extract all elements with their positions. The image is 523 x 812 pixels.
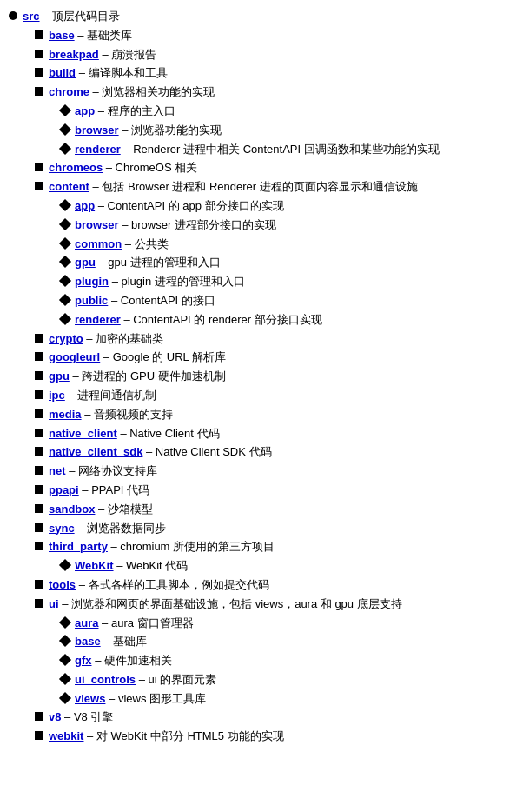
bullet-diamond-ui-base: [59, 635, 71, 647]
chrome-browser-link[interactable]: browser: [75, 123, 119, 136]
bullet-diamond-content-browser: [59, 218, 71, 230]
chrome-children: app – 程序的主入口 browser – 浏览器功能的实现: [35, 103, 514, 158]
bullet-diamond-ui-gfx: [59, 654, 71, 666]
content-link[interactable]: content: [49, 180, 89, 193]
bullet-square-sync: [35, 523, 43, 532]
sandbox-link[interactable]: sandbox: [49, 503, 95, 516]
tree-item-chromeos: chromeos – ChromeOS 相关: [35, 159, 514, 177]
chromeos-desc: – ChromeOS 相关: [106, 161, 197, 174]
breakpad-link[interactable]: breakpad: [49, 48, 99, 61]
gpu-text: gpu – 跨进程的 GPU 硬件加速机制: [49, 368, 514, 386]
tree-item-sandbox: sandbox – 沙箱模型: [35, 501, 514, 519]
googleurl-desc: – Google 的 URL 解析库: [103, 350, 226, 363]
crypto-text: crypto – 加密的基础类: [49, 330, 514, 349]
content-plugin-desc: – plugin 进程的管理和入口: [112, 275, 245, 288]
build-sep: – 编译脚本和工具: [79, 66, 168, 79]
content-desc: – 包括 Browser 进程和 Renderer 进程的页面内容显示和通信设施: [93, 180, 418, 193]
bullet-square-native-client: [35, 429, 43, 437]
crypto-link[interactable]: crypto: [49, 332, 83, 345]
tree-item-sync: sync – 浏览器数据同步: [35, 520, 514, 538]
content-browser-link[interactable]: browser: [75, 218, 119, 231]
chrome-app-text: app – 程序的主入口: [75, 103, 514, 121]
breakpad-text: breakpad – 崩溃报告: [49, 46, 514, 64]
ui-aura-desc: – aura 窗口管理器: [102, 616, 193, 629]
chrome-text: chrome – 浏览器相关功能的实现: [49, 83, 514, 102]
tree-item-native-client-sdk: native_client_sdk – Native Client SDK 代码: [35, 443, 514, 462]
bullet-diamond-chrome-app: [59, 104, 71, 116]
tree-item-chrome: chrome – 浏览器相关功能的实现 app – 程序的主入口: [35, 83, 514, 158]
content-app-desc: – ContentAPI 的 app 部分接口的实现: [98, 199, 284, 212]
bullet-diamond-content-renderer: [59, 313, 71, 325]
tree-item-base: base – 基础类库: [35, 27, 514, 45]
content-gpu-text: gpu – gpu 进程的管理和入口: [75, 254, 514, 272]
third-party-link[interactable]: third_party: [49, 540, 108, 553]
ui-base-text: base – 基础库: [75, 633, 514, 651]
base-link[interactable]: base: [49, 29, 75, 42]
content-renderer-link[interactable]: renderer: [75, 313, 121, 326]
v8-link[interactable]: v8: [49, 710, 61, 723]
gpu-desc: – 跨进程的 GPU 硬件加速机制: [72, 369, 225, 383]
crypto-desc: – 加密的基础类: [86, 332, 163, 345]
bullet-diamond-content-plugin: [59, 275, 71, 287]
tree-item-ui-gfx: gfx – 硬件加速相关: [61, 652, 514, 670]
ui-views-text: views – views 图形工具库: [75, 690, 514, 709]
net-link[interactable]: net: [49, 464, 66, 477]
content-children: app – ContentAPI 的 app 部分接口的实现 browser –…: [35, 197, 514, 329]
tree-item-content-app: app – ContentAPI 的 app 部分接口的实现: [61, 197, 514, 216]
ui-base-link[interactable]: base: [75, 635, 101, 648]
bullet-square-net: [35, 466, 43, 475]
content-public-link[interactable]: public: [75, 294, 108, 307]
tree-item-ui-aura: aura – aura 窗口管理器: [61, 615, 514, 633]
native-client-text: native_client – Native Client 代码: [49, 425, 514, 443]
chrome-link[interactable]: chrome: [49, 85, 89, 98]
content-plugin-link[interactable]: plugin: [75, 275, 109, 288]
ui-text: ui – 浏览器和网页的界面基础设施，包括 views，aura 和 gpu 底…: [49, 596, 514, 614]
v8-text: v8 – V8 引擎: [49, 709, 514, 727]
chromeos-text: chromeos – ChromeOS 相关: [49, 159, 514, 177]
content-gpu-link[interactable]: gpu: [75, 256, 96, 269]
tree-item-net: net – 网络协议支持库: [35, 463, 514, 481]
net-text: net – 网络协议支持库: [49, 463, 514, 481]
tree-item-content-public: public – ContentAPI 的接口: [61, 292, 514, 310]
bullet-diamond-ui-aura: [59, 616, 71, 628]
tree-item-content-plugin: plugin – plugin 进程的管理和入口: [61, 273, 514, 291]
chrome-app-link[interactable]: app: [75, 104, 95, 117]
native-client-sdk-link[interactable]: native_client_sdk: [49, 445, 142, 458]
content-common-link[interactable]: common: [75, 237, 122, 250]
ui-link[interactable]: ui: [49, 597, 59, 610]
tools-link[interactable]: tools: [49, 578, 76, 591]
webkit-sub-link[interactable]: WebKit: [75, 559, 114, 572]
build-link[interactable]: build: [49, 66, 76, 79]
native-client-link[interactable]: native_client: [49, 427, 117, 440]
ui-views-link[interactable]: views: [75, 692, 105, 705]
bullet-diamond-webkit-sub: [59, 559, 71, 571]
ipc-link[interactable]: ipc: [49, 389, 65, 402]
sandbox-desc: – 沙箱模型: [98, 503, 153, 516]
webkit-link[interactable]: webkit: [49, 729, 83, 742]
ui-aura-link[interactable]: aura: [75, 616, 98, 629]
chrome-renderer-link[interactable]: renderer: [75, 143, 121, 156]
chromeos-link[interactable]: chromeos: [49, 161, 103, 174]
ui-controls-link[interactable]: ui_controls: [75, 673, 136, 686]
tree-item-ui-controls: ui_controls – ui 的界面元素: [61, 671, 514, 689]
content-public-desc: – ContentAPI 的接口: [111, 294, 215, 307]
tree-item-content-common: common – 公共类: [61, 236, 514, 254]
src-children: base – 基础类库 breakpad – 崩溃报告: [9, 27, 514, 746]
sync-text: sync – 浏览器数据同步: [49, 520, 514, 538]
ui-controls-desc: – ui 的界面元素: [139, 673, 217, 686]
sync-link[interactable]: sync: [49, 522, 75, 535]
src-link[interactable]: src: [23, 10, 40, 23]
tree-item-gpu: gpu – 跨进程的 GPU 硬件加速机制: [35, 368, 514, 386]
base-sep: – 基础类库: [77, 29, 132, 42]
media-link[interactable]: media: [49, 408, 82, 421]
content-common-text: common – 公共类: [75, 236, 514, 254]
tree-item-v8: v8 – V8 引擎: [35, 709, 514, 727]
ppapi-link[interactable]: ppapi: [49, 483, 79, 496]
sandbox-text: sandbox – 沙箱模型: [49, 501, 514, 519]
ui-gfx-link[interactable]: gfx: [75, 654, 92, 667]
content-app-link[interactable]: app: [75, 199, 95, 212]
bullet-diamond-ui-views: [59, 692, 71, 704]
gpu-link[interactable]: gpu: [49, 369, 70, 383]
googleurl-link[interactable]: googleurl: [49, 350, 100, 363]
tree-item-chrome-renderer: renderer – Renderer 进程中相关 ContentAPI 回调函…: [61, 141, 514, 159]
